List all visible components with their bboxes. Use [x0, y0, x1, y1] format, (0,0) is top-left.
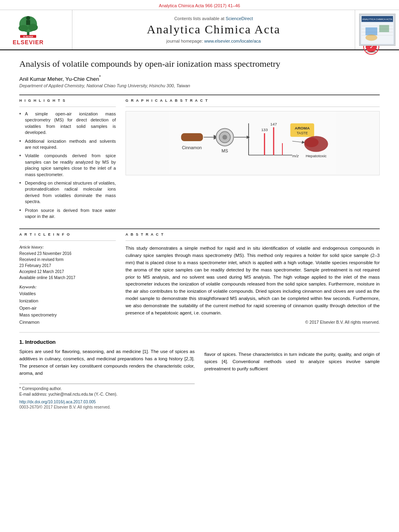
svg-text:ANALYTICA CHIMICA ACTA: ANALYTICA CHIMICA ACTA: [362, 18, 392, 21]
elsevier-logo-box: ELSEVIER ELSEVIER: [4, 14, 52, 45]
keyword-5: Cinnamon: [19, 319, 116, 326]
graphical-abstract-column: G R A P H I C A L A B S T R A C T Cinnam…: [125, 99, 380, 222]
journal-header: ELSEVIER ELSEVIER Contents lists availab…: [0, 10, 399, 50]
journal-homepage-text: journal homepage: www.elsevier.com/locat…: [167, 39, 261, 43]
svg-text:Cinnamon: Cinnamon: [182, 145, 202, 150]
journal-homepage-link[interactable]: www.elsevier.com/locate/aca: [204, 39, 261, 43]
svg-text:m/z: m/z: [292, 154, 299, 158]
article-info-heading: A R T I C L E I N F O: [19, 232, 116, 236]
journal-reference-bar: Analytica Chimica Acta 966 (2017) 41–46: [0, 0, 399, 10]
keywords-list: Volatiles Ionization Open-air Mass spect…: [19, 290, 116, 326]
copyright-text: © 2017 Elsevier B.V. All rights reserved…: [125, 320, 380, 325]
highlights-list: A simple open-air ionization mass spectr…: [19, 111, 116, 220]
svg-rect-18: [379, 25, 389, 32]
keywords-label: Keywords:: [19, 285, 116, 289]
doi-link[interactable]: http://dx.doi.org/10.1016/j.aca.2017.03.…: [19, 400, 195, 404]
highlights-column: H I G H L I G H T S A simple open-air io…: [19, 99, 116, 222]
highlight-item-5: Proton source is derived from trace wate…: [19, 207, 116, 220]
intro-right-text: flavor of spices. These characteristics …: [204, 351, 380, 372]
abstract-heading: A B S T R A C T: [125, 232, 380, 236]
article-history-label: Article history:: [19, 245, 116, 249]
keyword-1: Volatiles: [19, 290, 116, 298]
article-received-date: Received 23 November 2016 Received in re…: [19, 251, 116, 281]
svg-rect-26: [182, 134, 202, 136]
intro-left-text: Spices are used for flavoring, seasoning…: [19, 348, 195, 377]
svg-text:CrossMark: CrossMark: [366, 51, 376, 53]
svg-text:133: 133: [261, 127, 268, 132]
intro-heading: 1. Introduction: [19, 339, 195, 345]
intro-left-text-content: Spices are used for flavoring, seasoning…: [19, 349, 195, 375]
svg-text:147: 147: [270, 122, 277, 126]
graphical-abstract-svg: Cinnamon MS: [126, 111, 379, 175]
footnotes-section: * Corresponding author. E-mail address: …: [19, 384, 195, 396]
footnote-corresponding: * Corresponding author.: [19, 386, 195, 391]
footnote-email: E-mail address: yuchie@mail.nctu.edu.tw …: [19, 392, 195, 396]
elsevier-logo-section: ELSEVIER ELSEVIER: [0, 10, 72, 49]
highlight-item-1: A simple open-air ionization mass spectr…: [19, 111, 116, 136]
article-authors: Anil Kumar Meher, Yu-Chie Chen*: [19, 75, 380, 82]
svg-text:AROMA: AROMA: [295, 126, 310, 131]
info-abstract-section: A R T I C L E I N F O Article history: R…: [19, 232, 380, 326]
journal-cover-image: ANALYTICA CHIMICA ACTA: [359, 14, 395, 46]
svg-rect-17: [365, 27, 377, 35]
page: Analytica Chimica Acta 966 (2017) 41–46: [0, 0, 399, 532]
introduction-section: 1. Introduction Spices are used for flav…: [19, 332, 380, 409]
svg-point-32: [222, 135, 227, 140]
graphical-abstract-heading: G R A P H I C A L A B S T R A C T: [125, 99, 380, 103]
keyword-2: Ionization: [19, 298, 116, 305]
article-info-divider: [19, 240, 116, 241]
svg-point-4: [26, 16, 30, 20]
issn-text: 0003-2670/© 2017 Elsevier B.V. All right…: [19, 405, 195, 409]
svg-rect-5: [26, 20, 30, 25]
abstract-column: A B S T R A C T This study demonstrates …: [125, 232, 380, 326]
abstract-divider: [125, 240, 380, 241]
middle-divider: [19, 228, 380, 229]
intro-right-text-content: flavor of spices. These characteristics …: [204, 352, 380, 371]
footnote-email-text: E-mail address: yuchie@mail.nctu.edu.tw …: [19, 392, 117, 396]
intro-right-column: flavor of spices. These characteristics …: [204, 339, 380, 409]
journal-cover-section: ANALYTICA CHIMICA ACTA: [355, 10, 399, 49]
introduction-columns: 1. Introduction Spices are used for flav…: [19, 339, 380, 409]
journal-title: Analytica Chimica Acta: [147, 23, 280, 36]
highlight-item-3: Volatile compounds derived from spice sa…: [19, 153, 116, 178]
svg-point-48: [304, 138, 319, 147]
article-affiliation: Department of Applied Chemistry, Nationa…: [19, 83, 380, 88]
elsevier-tree-icon: ELSEVIER: [12, 14, 44, 38]
svg-rect-27: [182, 137, 202, 139]
corresponding-author-star: *: [99, 75, 101, 79]
article-title: Analysis of volatile compounds by open-a…: [19, 58, 380, 70]
abstract-text: This study demonstrates a simple method …: [125, 245, 380, 316]
highlights-divider: [19, 107, 116, 107]
graphical-abstract-image: Cinnamon MS: [125, 111, 380, 175]
highlights-abstract-section: H I G H L I G H T S A simple open-air io…: [19, 99, 380, 222]
journal-reference-text: Analytica Chimica Acta 966 (2017) 41–46: [159, 3, 240, 8]
article-history-block: Article history: Received 23 November 20…: [19, 245, 116, 281]
svg-point-2: [19, 25, 28, 31]
svg-point-19: [365, 35, 377, 41]
svg-text:ELSEVIER: ELSEVIER: [23, 35, 33, 38]
highlight-item-4: Depending on chemical structures of vola…: [19, 180, 116, 205]
contents-available-text: Contents lists available at ScienceDirec…: [174, 16, 253, 21]
graphical-abstract-divider: [125, 107, 380, 107]
svg-text:MS: MS: [222, 148, 228, 153]
highlight-item-2: Additional ionization methods and solven…: [19, 138, 116, 151]
elsevier-brand-label: ELSEVIER: [12, 39, 43, 45]
svg-text:Hepatotoxic: Hepatotoxic: [306, 154, 327, 158]
keyword-4: Mass spectrometry: [19, 312, 116, 319]
journal-title-section: Contents lists available at ScienceDirec…: [72, 10, 355, 49]
keyword-3: Open-air: [19, 305, 116, 312]
svg-text:TASTE: TASTE: [296, 131, 308, 135]
article-content: ✓ CrossMark Analysis of volatile compoun…: [0, 50, 399, 417]
intro-left-column: 1. Introduction Spices are used for flav…: [19, 339, 195, 409]
article-info-column: A R T I C L E I N F O Article history: R…: [19, 232, 116, 326]
sciencedirect-link[interactable]: ScienceDirect: [226, 16, 253, 21]
title-divider: [19, 94, 380, 95]
highlights-heading: H I G H L I G H T S: [19, 99, 116, 103]
